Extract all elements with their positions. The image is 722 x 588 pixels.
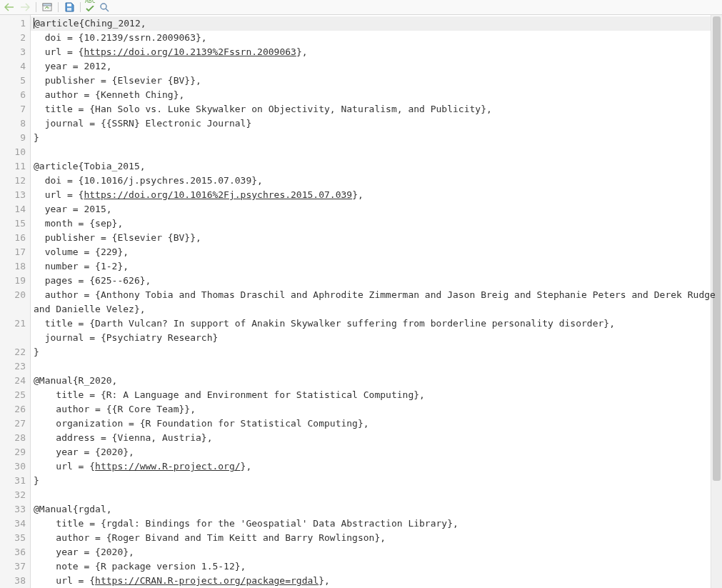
- code-line[interactable]: note = {R package version 1.5-12},: [34, 559, 722, 574]
- code-line[interactable]: }: [34, 345, 722, 359]
- code-text: url = {: [34, 189, 84, 200]
- line-number: 14: [0, 202, 30, 216]
- code-area[interactable]: @article{Ching_2012, doi = {10.2139/ssrn…: [31, 15, 722, 588]
- code-line[interactable]: title = {rgdal: Bindings for the 'Geospa…: [34, 517, 722, 531]
- line-number: 12: [0, 174, 30, 188]
- code-text: @Manual{R_2020,: [34, 375, 117, 386]
- line-number: 28: [0, 431, 30, 445]
- code-text: }: [34, 475, 39, 486]
- hyperlink[interactable]: https://www.R-project.org/: [95, 461, 241, 472]
- line-number: 29: [0, 445, 30, 459]
- spellcheck-button[interactable]: ABC: [85, 1, 95, 14]
- line-number: 24: [0, 374, 30, 388]
- code-line[interactable]: address = {Vienna, Austria},: [34, 431, 722, 445]
- code-line[interactable]: url = {https://www.R-project.org/},: [34, 459, 722, 474]
- search-icon: [99, 2, 109, 12]
- code-line[interactable]: url = {https://doi.org/10.1016%2Fj.psych…: [34, 188, 722, 202]
- code-line[interactable]: doi = {10.1016/j.psychres.2015.07.039},: [34, 174, 722, 188]
- code-line[interactable]: doi = {10.2139/ssrn.2009063},: [34, 31, 722, 45]
- code-line[interactable]: @Manual{R_2020,: [34, 374, 722, 388]
- code-line[interactable]: title = {R: A Language and Environment f…: [34, 388, 722, 402]
- code-line[interactable]: [34, 359, 722, 374]
- code-line[interactable]: }: [34, 131, 722, 145]
- code-line[interactable]: publisher = {Elsevier {BV}},: [34, 231, 722, 245]
- line-number: 7: [0, 102, 30, 116]
- toolbar-separator: [58, 2, 59, 12]
- code-line[interactable]: url = {https://CRAN.R-project.org/packag…: [34, 574, 722, 588]
- code-text: number = {1-2},: [34, 261, 129, 271]
- line-number: 23: [0, 359, 30, 374]
- code-text: }: [34, 347, 39, 357]
- code-text: },: [319, 575, 330, 586]
- toolbar-separator: [36, 2, 36, 12]
- line-number: 4: [0, 59, 30, 74]
- search-button[interactable]: [98, 1, 111, 14]
- code-text: title = {Darth Vulcan? In support of Ana…: [34, 318, 615, 329]
- code-line[interactable]: }: [34, 474, 722, 488]
- code-line[interactable]: author = {Kenneth Ching},: [34, 88, 722, 102]
- line-number: 30: [0, 459, 30, 474]
- code-text: author = {Roger Bivand and Tim Keitt and…: [34, 532, 386, 543]
- line-number: 17: [0, 245, 30, 259]
- code-text: month = {sep},: [34, 218, 123, 229]
- line-number: 36: [0, 545, 30, 559]
- code-text: doi = {10.2139/ssrn.2009063},: [34, 32, 207, 43]
- code-line[interactable]: url = {https://doi.org/10.2139%2Fssrn.20…: [34, 45, 722, 59]
- check-icon: [86, 6, 94, 11]
- show-in-window-button[interactable]: [41, 1, 54, 14]
- code-text: pages = {625--626},: [34, 275, 151, 286]
- svg-line-5: [106, 9, 109, 11]
- code-line[interactable]: title = {Han Solo vs. Luke Skywalker on …: [34, 102, 722, 116]
- code-line[interactable]: author = {{R Core Team}},: [34, 402, 722, 417]
- hyperlink[interactable]: https://CRAN.R-project.org/package=rgdal: [95, 575, 319, 586]
- hyperlink[interactable]: https://doi.org/10.1016%2Fj.psychres.201…: [84, 189, 352, 200]
- code-text: url = {: [34, 575, 95, 586]
- code-line[interactable]: pages = {625--626},: [34, 274, 722, 288]
- code-editor[interactable]: 1234567891011121314151617181920212223242…: [0, 15, 722, 588]
- save-button[interactable]: [63, 1, 76, 14]
- line-number: 2: [0, 31, 30, 45]
- line-number: 21: [0, 317, 30, 345]
- line-number: 32: [0, 488, 30, 502]
- code-line[interactable]: journal = {{SSRN} Electronic Journal}: [34, 116, 722, 131]
- back-button[interactable]: [3, 1, 16, 14]
- line-number: 37: [0, 559, 30, 574]
- code-text: @article{Tobia_2015,: [34, 161, 146, 171]
- code-text: }: [34, 132, 39, 143]
- code-line[interactable]: @article{Tobia_2015,: [34, 159, 722, 174]
- code-text: publisher = {Elsevier {BV}},: [34, 75, 201, 86]
- code-line[interactable]: journal = {Psychiatry Research}: [34, 331, 722, 345]
- code-line[interactable]: [34, 145, 722, 159]
- code-text: year = {2020},: [34, 447, 134, 457]
- line-number: 11: [0, 159, 30, 174]
- code-line[interactable]: publisher = {Elsevier {BV}},: [34, 74, 722, 88]
- window-icon: [42, 3, 52, 11]
- line-number: 3: [0, 45, 30, 59]
- editor-toolbar: ABC: [0, 0, 722, 15]
- code-line[interactable]: [34, 488, 722, 502]
- code-line[interactable]: author = {Roger Bivand and Tim Keitt and…: [34, 531, 722, 545]
- line-number: 18: [0, 259, 30, 274]
- code-line[interactable]: title = {Darth Vulcan? In support of Ana…: [34, 317, 722, 331]
- spellcheck-label: ABC: [85, 0, 95, 4]
- code-line[interactable]: number = {1-2},: [34, 259, 722, 274]
- code-line[interactable]: volume = {229},: [34, 245, 722, 259]
- forward-button[interactable]: [19, 1, 31, 14]
- code-line[interactable]: @Manual{rgdal,: [34, 502, 722, 517]
- line-number: 19: [0, 274, 30, 288]
- code-line[interactable]: year = 2012,: [34, 59, 722, 74]
- code-line[interactable]: author = {Anthony Tobia and Thomas Drasc…: [34, 288, 722, 317]
- code-line[interactable]: year = {2020},: [34, 545, 722, 559]
- code-line[interactable]: month = {sep},: [34, 216, 722, 231]
- hyperlink[interactable]: https://doi.org/10.2139%2Fssrn.2009063: [84, 46, 296, 57]
- code-text: author = {Anthony Tobia and Thomas Drasc…: [34, 289, 721, 314]
- code-line[interactable]: organization = {R Foundation for Statist…: [34, 417, 722, 431]
- code-text: year = 2012,: [34, 61, 112, 71]
- code-line[interactable]: @article{Ching_2012,: [34, 16, 722, 31]
- code-line[interactable]: year = {2020},: [34, 445, 722, 459]
- line-number: 10: [0, 145, 30, 159]
- text-cursor: [34, 18, 34, 29]
- code-text: year = 2015,: [34, 204, 112, 214]
- code-line[interactable]: year = 2015,: [34, 202, 722, 216]
- line-number: 25: [0, 388, 30, 402]
